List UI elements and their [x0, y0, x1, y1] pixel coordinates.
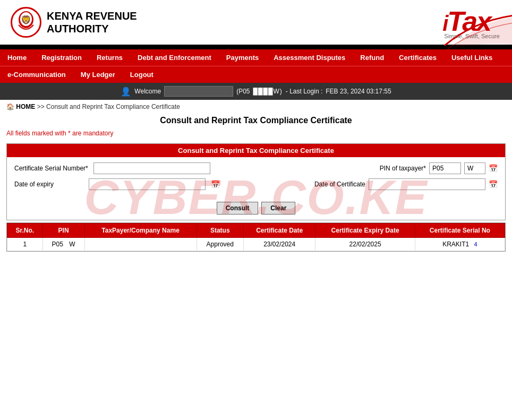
nav-logout[interactable]: Logout: [123, 66, 161, 83]
nav-debt[interactable]: Debt and Enforcement: [130, 49, 219, 66]
nav-registration[interactable]: Registration: [34, 49, 89, 66]
pin-calendar-icon[interactable]: 📅: [489, 164, 498, 173]
user-icon: 👤: [121, 87, 131, 97]
pin-label: PIN of taxpayer*: [380, 165, 426, 172]
last-login-label: - Last Login :: [286, 88, 322, 95]
date-expiry-input[interactable]: [89, 178, 206, 190]
cell-cert-serial: KRAKIT1 4: [415, 238, 505, 251]
svg-text:🦁: 🦁: [21, 15, 31, 25]
welcome-bar: 👤 Welcome (P05 ████W) - Last Login : FEB…: [0, 83, 512, 100]
home-icon: 🏠: [6, 103, 14, 110]
compliance-table: Sr.No. PIN TaxPayer/Company Name Status …: [7, 223, 505, 251]
welcome-pin-code: ████W): [253, 88, 283, 95]
nav-returns[interactable]: Returns: [89, 49, 130, 66]
pin-input1[interactable]: [429, 162, 461, 174]
welcome-username-input[interactable]: [164, 86, 233, 97]
cert-serial-input[interactable]: [93, 162, 210, 174]
cell-status: Approved: [197, 238, 243, 251]
form-row-1: Certificate Serial Number* PIN of taxpay…: [14, 162, 498, 174]
nav-payments[interactable]: Payments: [219, 49, 266, 66]
page-title: Consult and Reprint Tax Compliance Certi…: [0, 114, 512, 128]
cell-cert-date: 23/02/2024: [243, 238, 315, 251]
date-cert-input[interactable]: [369, 178, 485, 190]
nav-secondary: e-Communication My Ledger Logout: [0, 66, 512, 83]
table-header-row: Sr.No. PIN TaxPayer/Company Name Status …: [7, 224, 505, 238]
breadcrumb-separator: >>: [37, 103, 45, 110]
header: 🦁 Kenya Revenue Authority iTax: [0, 0, 512, 46]
nav-primary: Home Registration Returns Debt and Enfor…: [0, 49, 512, 66]
nav-myledger[interactable]: My Ledger: [73, 66, 123, 83]
col-cert-date: Certificate Date: [243, 224, 315, 238]
table-row: 1 P05 W Approved 23/02/2024 22/02/2025 K…: [7, 238, 505, 251]
cell-taxpayer: [84, 238, 197, 251]
nav-refund[interactable]: Refund: [353, 49, 391, 66]
form-actions: Consult Clear: [7, 200, 505, 220]
col-cert-serial: Certificate Serial No: [415, 224, 505, 238]
form-body: Certificate Serial Number* PIN of taxpay…: [7, 157, 505, 200]
last-login-value: FEB 23, 2024 03:17:55: [326, 88, 391, 95]
cert-serial-link: 4: [474, 241, 477, 247]
kra-name: Kenya Revenue Authority: [47, 10, 137, 35]
form-row-2: Date of expiry 📅 Date of Certificate 📅: [14, 178, 498, 190]
nav-certificates[interactable]: Certificates: [391, 49, 444, 66]
welcome-pin-prefix: (P05: [236, 88, 250, 95]
kra-logo-icon: 🦁: [11, 7, 41, 38]
breadcrumb-current: Consult and Reprint Tax Compliance Certi…: [46, 103, 180, 110]
mandatory-note: All fields marked with * are mandatory: [0, 128, 512, 141]
col-taxpayer: TaxPayer/Company Name: [84, 224, 197, 238]
col-srno: Sr.No.: [7, 224, 43, 238]
cert-serial-label: Certificate Serial Number*: [14, 165, 88, 172]
nav-ecommunication[interactable]: e-Communication: [0, 66, 73, 83]
welcome-label: Welcome: [134, 88, 161, 95]
nav-home[interactable]: Home: [0, 49, 34, 66]
breadcrumb-home[interactable]: HOME: [16, 103, 35, 110]
itax-text: iTax: [442, 6, 491, 37]
consult-button[interactable]: Consult: [217, 202, 259, 215]
clear-button[interactable]: Clear: [261, 202, 295, 215]
date-expiry-label: Date of expiry: [14, 181, 83, 188]
col-status: Status: [197, 224, 243, 238]
form-watermark-container: CYBER.CO.KE Consult and Reprint Tax Comp…: [0, 143, 512, 252]
form-section: Consult and Reprint Tax Compliance Certi…: [6, 143, 506, 220]
cell-srno: 1: [7, 238, 43, 251]
breadcrumb: 🏠 HOME >> Consult and Reprint Tax Compli…: [0, 100, 512, 114]
cell-pin: P05 W: [42, 238, 84, 251]
col-pin: PIN: [42, 224, 84, 238]
date-cert-calendar-icon[interactable]: 📅: [489, 180, 498, 188]
date-cert-label: Date of Certificate: [314, 181, 365, 188]
cell-cert-expiry: 22/02/2025: [315, 238, 415, 251]
form-section-title: Consult and Reprint Tax Compliance Certi…: [7, 144, 505, 157]
date-expiry-calendar-icon[interactable]: 📅: [211, 180, 220, 188]
itax-brand: iTax Simple, Swift, Secure: [442, 5, 501, 39]
result-table: Sr.No. PIN TaxPayer/Company Name Status …: [6, 222, 506, 252]
pin-input2[interactable]: [464, 162, 485, 174]
kra-logo: 🦁 Kenya Revenue Authority: [11, 7, 137, 38]
col-cert-expiry: Certificate Expiry Date: [315, 224, 415, 238]
nav-assessment[interactable]: Assessment Disputes: [266, 49, 353, 66]
